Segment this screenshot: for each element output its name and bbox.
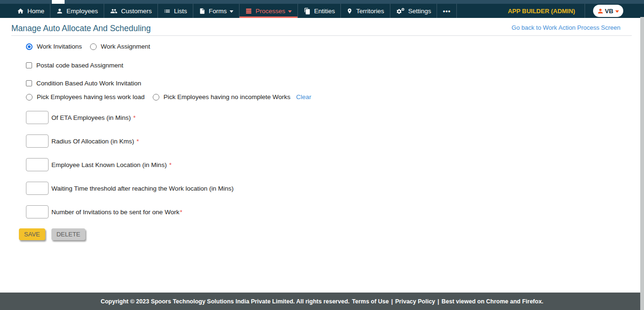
work-assignment-label: Work Assignment — [101, 43, 150, 50]
nav-label: Processes — [256, 8, 285, 15]
pages-icon — [304, 8, 311, 15]
nav-item-customers[interactable]: Customers — [104, 4, 158, 18]
pick-no-incomplete-works-radio[interactable] — [153, 94, 159, 101]
work-assignment-radio[interactable] — [90, 43, 97, 50]
field-row: Of ETA Employees (in Mins) * — [26, 111, 136, 124]
list-icon — [164, 8, 171, 15]
go-back-link[interactable]: Go back to Work Action Process Screen — [512, 24, 620, 31]
footer-best-viewed: Best viewed on Chrome and Firefox. — [442, 298, 544, 305]
of-eta-employees-input[interactable] — [26, 111, 49, 124]
required-marker: * — [137, 138, 139, 145]
nav-label: Lists — [174, 8, 187, 15]
nav-item-territories[interactable]: Territories — [341, 4, 390, 18]
user-icon — [597, 8, 605, 15]
number-of-invitations-input[interactable] — [26, 205, 49, 218]
required-marker: * — [180, 209, 182, 216]
app-builder-label: APP BUILDER (ADMIN) — [508, 8, 575, 15]
chevron-down-icon — [615, 10, 619, 13]
chevron-down-icon — [230, 10, 233, 13]
nav-label: Forms — [209, 8, 227, 15]
home-icon — [17, 8, 24, 15]
field-label: Employee Last Known Location (in Mins) — [51, 161, 167, 168]
pick-less-work-load-label: Pick Employees having less work load — [37, 93, 145, 101]
save-button[interactable]: SAVE — [19, 228, 45, 240]
file-icon — [199, 8, 206, 15]
required-marker: * — [169, 161, 172, 168]
nav-item-more[interactable]: ••• — [437, 4, 457, 18]
privacy-policy-link[interactable]: Privacy Policy — [395, 298, 435, 305]
nav-item-settings[interactable]: Settings — [390, 4, 438, 18]
pick-radio-group: Pick Employees having less work load Pic… — [26, 93, 311, 101]
top-strip — [0, 0, 644, 4]
nav-item-employees[interactable]: Employees — [50, 4, 104, 18]
nav-item-home[interactable]: Home — [11, 4, 50, 18]
nav-item-entities[interactable]: Entities — [298, 4, 341, 18]
nav-label: Entities — [314, 8, 335, 15]
condition-based-row: Condition Based Auto Work Invitation — [26, 80, 141, 87]
people-icon — [110, 8, 118, 15]
field-row: Number of Invitations to be sent for one… — [26, 205, 182, 218]
radius-of-allocation-input[interactable] — [26, 134, 49, 148]
field-label: Radius Of Allocation (in Kms) — [51, 138, 134, 145]
map-pin-icon — [347, 8, 353, 15]
waiting-time-threshold-input[interactable] — [26, 182, 49, 195]
gears-icon — [396, 8, 405, 15]
person-icon — [56, 8, 63, 15]
nav-item-lists[interactable]: Lists — [158, 4, 193, 18]
field-label: Waiting Time threshold after reaching th… — [51, 185, 233, 192]
top-notch — [52, 0, 65, 4]
nav-item-processes[interactable]: Processes — [239, 4, 298, 18]
nav-item-forms[interactable]: Forms — [193, 4, 239, 18]
footer-separator: | — [391, 298, 393, 305]
condition-based-checkbox[interactable] — [26, 80, 32, 86]
user-initials: VB — [605, 8, 613, 15]
pick-no-incomplete-works-label: Pick Employees having no incomplete Work… — [164, 93, 290, 101]
postal-code-label: Postal code based Assignment — [36, 62, 124, 69]
user-menu-button[interactable]: VB — [593, 5, 623, 17]
delete-button[interactable]: DELETE — [51, 228, 86, 240]
title-divider — [11, 35, 632, 36]
pick-less-work-load-radio[interactable] — [26, 94, 33, 101]
terms-of-use-link[interactable]: Terms of Use — [352, 298, 389, 305]
postal-code-checkbox[interactable] — [26, 62, 32, 68]
field-label: Number of Invitations to be sent for one… — [51, 209, 179, 216]
mode-radio-group: Work Invitations Work Assignment — [26, 43, 150, 50]
employee-last-known-location-input[interactable] — [26, 158, 49, 171]
footer-separator: | — [438, 298, 439, 305]
work-invitations-label: Work Invitations — [37, 43, 82, 50]
stack-icon — [245, 8, 252, 15]
nav-separator — [585, 4, 585, 18]
nav-label: Home — [27, 8, 44, 15]
nav-right-cluster: APP BUILDER (ADMIN) VB — [508, 4, 644, 18]
postal-code-row: Postal code based Assignment — [26, 62, 124, 69]
clear-link[interactable]: Clear — [296, 93, 311, 101]
field-row: Employee Last Known Location (in Mins) * — [26, 158, 172, 171]
field-label: Of ETA Employees (in Mins) — [51, 114, 131, 121]
app-viewport: Home Employees Customers Lists Forms — [0, 0, 644, 310]
nav-label: Settings — [408, 8, 431, 15]
nav-label: Territories — [356, 8, 384, 15]
field-row: Radius Of Allocation (in Kms) * — [26, 134, 139, 148]
vertical-scrollbar[interactable] — [640, 17, 644, 310]
required-marker: * — [133, 114, 136, 121]
condition-based-label: Condition Based Auto Work Invitation — [36, 80, 141, 87]
nav-label: Employees — [66, 8, 98, 15]
work-invitations-radio[interactable] — [26, 43, 33, 50]
ellipsis-icon: ••• — [443, 8, 451, 15]
main-navbar: Home Employees Customers Lists Forms — [0, 4, 644, 18]
page-title: Manage Auto Allocate And Scheduling — [11, 24, 151, 34]
footer: Copyright © 2023 Spoors Technology Solut… — [0, 293, 644, 310]
footer-copyright: Copyright © 2023 Spoors Technology Solut… — [100, 298, 349, 305]
form-actions: SAVE DELETE — [19, 228, 85, 240]
chevron-down-icon — [288, 10, 292, 13]
field-row: Waiting Time threshold after reaching th… — [26, 182, 233, 195]
nav-label: Customers — [121, 8, 152, 15]
